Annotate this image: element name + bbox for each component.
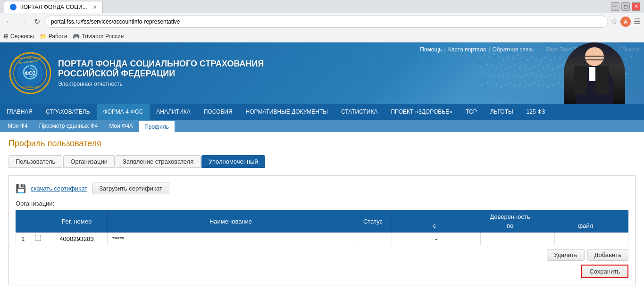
nav-benefits[interactable]: ПОСОБИЯ [197, 104, 239, 120]
nav-analytics[interactable]: АНАЛИТИКА [150, 104, 197, 120]
bookmark-triviador[interactable]: 🎮 Triviador Россия [73, 33, 124, 40]
nav-form4fss[interactable]: ФОРМА 4-ФСС [97, 104, 150, 120]
subnav-profile[interactable]: Профиль [139, 121, 175, 132]
subnav-myf4a[interactable]: Мои Ф4А [103, 120, 139, 132]
svg-rect-75 [498, 76, 500, 78]
profile-tabs: Пользователь Организации Заявление страх… [8, 155, 636, 168]
folder-icon: 📁 [40, 33, 47, 40]
nav-benefits2[interactable]: ЛЬГОТЫ [484, 104, 520, 120]
main-navigation: ГЛАВНАЯ СТРАХОВАТЕЛЬ ФОРМА 4-ФСС АНАЛИТИ… [0, 104, 644, 120]
col-status: Статус [354, 210, 392, 233]
svg-rect-72 [484, 73, 485, 75]
save-button[interactable]: Сохранить [581, 265, 628, 278]
tab-orgs[interactable]: Организации [63, 155, 115, 168]
svg-rect-107 [500, 86, 502, 88]
download-cert-label: скачать сертификат [31, 185, 87, 192]
svg-rect-18 [531, 56, 533, 58]
bookmark-apps[interactable]: ⊞ Сервисы [4, 33, 34, 40]
tab-close-icon[interactable]: × [93, 3, 97, 11]
back-button[interactable]: ← [4, 17, 15, 27]
svg-rect-110 [514, 85, 516, 87]
svg-rect-77 [507, 73, 509, 75]
tab-favicon [10, 4, 17, 10]
site-header: Помощь | Карта портала | Обратная связь … [0, 42, 644, 104]
bookmarks-bar: ⊞ Сервисы 📁 Работа 🎮 Triviador Россия [0, 30, 644, 42]
col-dov-from: с [397, 222, 472, 229]
cell-num: 1 [16, 233, 30, 245]
svg-rect-114 [533, 83, 535, 84]
cell-reg-num: 4000293283 [46, 233, 108, 245]
authority-sub-headers: с по файл [397, 222, 623, 229]
add-button[interactable]: Добавить [587, 249, 628, 261]
nav-stats[interactable]: СТАТИСТИКА [335, 104, 384, 120]
svg-rect-57 [561, 64, 563, 66]
header-logo-area: ФОНД СОЦИАЛЬНОГО ФЕДЕРАЦИИ ФСС СТРАХОВАН… [0, 48, 273, 99]
svg-rect-111 [519, 84, 521, 86]
svg-text:ФОНД СОЦИАЛЬНОГО: ФОНД СОЦИАЛЬНОГО [15, 57, 46, 59]
nav-insurer[interactable]: СТРАХОВАТЕЛЬ [39, 104, 97, 120]
star-icon[interactable]: ☆ [611, 17, 618, 26]
header-subtitle: Электронная отчетность [58, 81, 264, 87]
col-checkbox [30, 210, 46, 233]
col-name: Наименование [108, 210, 354, 233]
nav-health[interactable]: ПРОЕКТ «ЗДОРОВЬЕ» [384, 104, 459, 120]
svg-rect-17 [526, 59, 528, 61]
col-dov-to: по [472, 222, 548, 229]
svg-rect-82 [531, 73, 533, 75]
header-title-area: ПОРТАЛ ФОНДА СОЦИАЛЬНОГО СТРАХОВАНИЯ РОС… [58, 59, 264, 87]
header-title-line1: ПОРТАЛ ФОНДА СОЦИАЛЬНОГО СТРАХОВАНИЯ [58, 59, 264, 69]
header-image-area [465, 42, 644, 104]
nav-docs[interactable]: НОРМАТИВНЫЕ ДОКУМЕНТЫ [239, 104, 335, 120]
nav-tsr[interactable]: ТСР [459, 104, 484, 120]
menu-icon[interactable]: ☰ [634, 17, 640, 26]
col-num [16, 210, 30, 233]
minimize-button[interactable]: ─ [611, 2, 619, 11]
subnav-view[interactable]: Просмотр сданных Ф4 [33, 120, 104, 132]
svg-rect-117 [547, 86, 549, 88]
cell-dov-to [481, 233, 554, 245]
download-cert-button[interactable]: скачать сертификат [31, 185, 87, 192]
upload-cert-button[interactable]: Загрузить сертификат [92, 183, 169, 194]
close-button[interactable]: ✕ [632, 2, 640, 11]
svg-rect-40 [481, 66, 483, 68]
nav-main[interactable]: ГЛАВНАЯ [0, 104, 39, 120]
user-menu-icon[interactable]: A [620, 17, 631, 27]
svg-rect-109 [510, 83, 511, 84]
tab-user[interactable]: Пользователь [8, 155, 62, 168]
svg-rect-78 [512, 75, 514, 77]
svg-rect-48 [519, 67, 521, 69]
svg-rect-47 [514, 64, 516, 66]
browser-tab[interactable]: ПОРТАЛ ФОНДА СОЦИ... × [4, 1, 103, 13]
reload-button[interactable]: ↻ [32, 16, 42, 27]
svg-rect-10 [493, 53, 495, 55]
window-controls: ─ □ ✕ [611, 2, 640, 11]
svg-rect-87 [554, 73, 556, 75]
address-bar[interactable] [45, 16, 608, 28]
bookmark-work[interactable]: 📁 Работа [40, 33, 67, 40]
action-row: Удалить Добавить [16, 249, 628, 261]
triviador-label: Triviador Россия [82, 33, 124, 40]
cell-checkbox[interactable] [30, 233, 46, 245]
tab-authorized[interactable]: Уполномоченный [201, 155, 265, 168]
tab-declaration[interactable]: Заявление страхователя [116, 155, 201, 168]
svg-rect-16 [521, 57, 523, 58]
svg-rect-53 [543, 67, 544, 69]
svg-rect-50 [528, 68, 530, 70]
delete-button[interactable]: Удалить [547, 249, 585, 261]
cell-name: ***** [108, 233, 354, 245]
svg-rect-22 [550, 59, 552, 61]
svg-rect-46 [510, 66, 511, 68]
nav-125fz[interactable]: 125 ФЗ [520, 104, 552, 120]
subnav-myf4[interactable]: Мои Ф4 [2, 120, 33, 132]
help-link[interactable]: Помощь [420, 46, 442, 53]
cell-dov-from: - [392, 233, 480, 245]
svg-rect-45 [505, 68, 507, 70]
svg-rect-106 [495, 84, 497, 86]
row-checkbox[interactable] [35, 235, 41, 241]
forward-button[interactable]: → [18, 17, 29, 27]
svg-text:ФСС: ФСС [25, 71, 36, 76]
maximize-button[interactable]: □ [621, 2, 630, 11]
svg-rect-102 [625, 73, 627, 75]
svg-rect-56 [557, 66, 559, 68]
svg-rect-103 [481, 84, 483, 86]
